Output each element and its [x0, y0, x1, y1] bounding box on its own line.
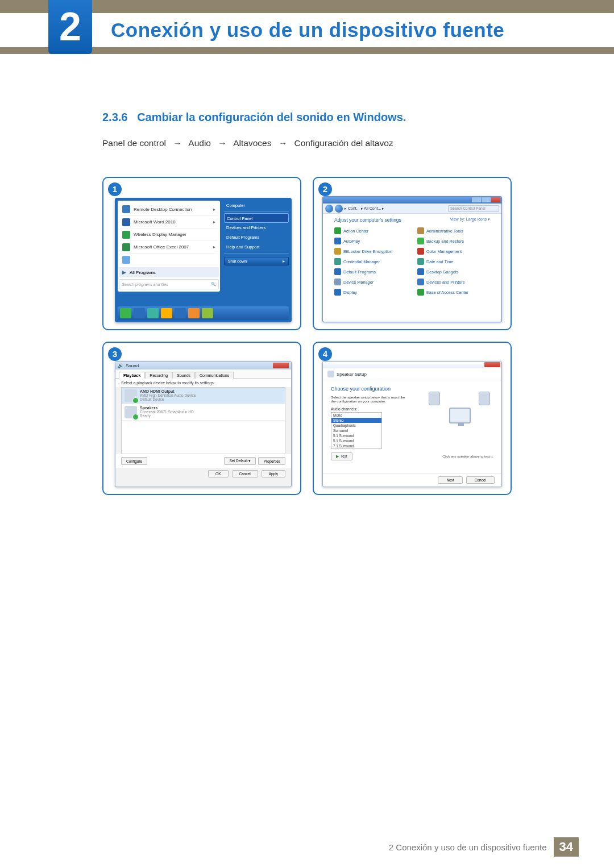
shut-down-label: Shut down	[228, 259, 247, 263]
cp-item-label: Credential Manager	[343, 259, 380, 264]
apply-button[interactable]: Apply	[262, 470, 285, 477]
back-button[interactable]	[325, 205, 333, 213]
minimize-button[interactable]	[472, 197, 481, 202]
control-panel-item[interactable]: BitLocker Drive Encryption	[334, 248, 407, 255]
play-icon: ▶	[336, 454, 339, 459]
cp-icon	[417, 227, 424, 234]
app-icon	[122, 205, 130, 213]
next-button[interactable]: Next	[438, 476, 462, 484]
step-badge-2: 2	[318, 182, 332, 196]
arrow-icon: →	[218, 138, 227, 148]
cp-icon	[334, 258, 341, 265]
set-default-button[interactable]: Set Default ▾	[224, 457, 256, 465]
taskbar-icon[interactable]	[161, 308, 172, 318]
cp-icon	[334, 289, 341, 296]
control-panel-item[interactable]: Display	[334, 289, 407, 296]
speaker-icon-left[interactable]	[429, 392, 440, 405]
channel-option[interactable]: Stereo	[331, 418, 381, 423]
right-item-computer[interactable]: Computer	[224, 201, 289, 210]
dialog-button-row: Next Cancel	[323, 473, 501, 487]
start-menu-item-label: Remote Desktop Connection	[134, 207, 192, 212]
maximize-button[interactable]	[482, 197, 491, 202]
control-panel-item[interactable]: Action Center	[334, 227, 407, 234]
control-panel-item[interactable]: Device Manager	[334, 279, 407, 285]
start-menu-left-pane: Remote Desktop Connection ▸ Microsoft Wo…	[118, 201, 220, 292]
forward-button[interactable]	[335, 205, 343, 213]
audio-channels-listbox[interactable]: MonoStereoQuadraphonicSurround5.1 Surrou…	[331, 412, 382, 449]
chevron-right-icon: ▸	[213, 219, 215, 225]
control-panel-item[interactable]: Desktop Gadgets	[417, 268, 490, 275]
right-item-help-support[interactable]: Help and Support	[224, 242, 289, 252]
control-panel-item[interactable]: Credential Manager	[334, 258, 407, 265]
control-panel-item[interactable]: Date and Time	[417, 258, 490, 265]
taskbar-icon[interactable]	[147, 308, 159, 318]
control-panel-item[interactable]: Default Programs	[334, 268, 407, 275]
right-item-devices-printers[interactable]: Devices and Printers	[224, 223, 289, 232]
search-input[interactable]: Search Control Panel	[448, 205, 499, 212]
arrow-icon: →	[173, 138, 182, 148]
tab-bar: PlaybackRecordingSoundsCommunications	[115, 369, 291, 379]
view-by-selector[interactable]: View by: Large icons ▾	[450, 217, 490, 222]
cp-item-label: Default Programs	[343, 269, 376, 275]
properties-button[interactable]: Properties	[258, 457, 285, 465]
tab-communications[interactable]: Communications	[195, 372, 234, 379]
start-menu-item[interactable]: Microsoft Word 2010 ▸	[120, 215, 218, 228]
channel-option[interactable]: Surround	[331, 428, 381, 433]
taskbar-icon[interactable]	[188, 308, 200, 318]
start-menu-item[interactable]: Microsoft Office Excel 2007 ▸	[120, 240, 218, 253]
tab-playback[interactable]: Playback	[119, 372, 145, 379]
explorer-nav-bar: ▸ Cont... ▸ All Cont... ▸ Search Control…	[323, 203, 501, 214]
cancel-button[interactable]: Cancel	[466, 476, 495, 484]
right-item-control-panel[interactable]: Control Panel	[224, 213, 289, 223]
speaker-icon	[327, 371, 334, 377]
search-input[interactable]: Search programs and files 🔍	[119, 279, 219, 289]
all-programs-item[interactable]: ▶ All Programs	[119, 267, 219, 277]
taskbar-icon[interactable]	[202, 308, 213, 318]
page-footer: 2 Conexión y uso de un dispositivo fuent…	[389, 837, 579, 857]
taskbar-icon[interactable]	[120, 308, 131, 318]
right-item-default-programs[interactable]: Default Programs	[224, 232, 289, 242]
device-desc: Conexant 20671 SmartAudio HD	[140, 410, 194, 414]
shut-down-button[interactable]: Shut down ▸	[224, 257, 289, 265]
control-panel-item[interactable]: Backup and Restore	[417, 238, 490, 244]
taskbar-icon[interactable]	[175, 308, 186, 318]
speaker-icon-right[interactable]	[479, 392, 490, 405]
taskbar-icon[interactable]	[134, 308, 145, 318]
channel-option[interactable]: 7.1 Surround	[331, 443, 381, 448]
address-crumb[interactable]: ▸ Cont... ▸ All Cont... ▸	[345, 206, 384, 211]
tab-sounds[interactable]: Sounds	[172, 372, 195, 379]
page-number: 34	[554, 837, 579, 857]
control-panel-item[interactable]: Ease of Access Center	[417, 289, 490, 296]
cp-icon	[417, 258, 424, 265]
close-button[interactable]	[484, 362, 500, 367]
taskbar	[118, 306, 289, 320]
control-panel-item[interactable]: AutoPlay	[334, 238, 407, 244]
control-panel-item[interactable]: Administrative Tools	[417, 227, 490, 234]
channel-option[interactable]: Quadraphonic	[331, 423, 381, 428]
start-menu-item[interactable]: Remote Desktop Connection ▸	[120, 203, 218, 215]
channel-option[interactable]: Mono	[331, 413, 381, 418]
start-menu-item[interactable]: Wireless Display Manager	[120, 228, 218, 240]
close-button[interactable]	[273, 363, 289, 368]
cp-item-label: Devices and Printers	[426, 280, 464, 285]
configure-button[interactable]: Configure	[121, 457, 147, 465]
channel-option[interactable]: 5.1 Surround	[331, 433, 381, 438]
test-button[interactable]: ▶ Test	[331, 452, 352, 460]
playback-device-item[interactable]: AMD HDMI Output AMD High Definition Audi…	[122, 388, 285, 404]
playback-device-item[interactable]: Speakers Conexant 20671 SmartAudio HD Re…	[122, 404, 285, 421]
screenshot-step-4: 4 Speaker Setup Choose your configuratio…	[313, 342, 512, 495]
cp-item-label: Administrative Tools	[426, 229, 463, 234]
control-panel-item[interactable]: Color Management	[417, 248, 490, 255]
cancel-button[interactable]: Cancel	[232, 470, 258, 477]
diagram-hint: Click any speaker above to test it.	[442, 455, 493, 458]
channel-option[interactable]: 5.1 Surround	[331, 438, 381, 443]
start-menu-item[interactable]	[120, 253, 218, 265]
control-panel-item[interactable]: Devices and Printers	[417, 279, 490, 285]
device-status: Default Device	[140, 397, 196, 401]
close-button[interactable]	[491, 197, 500, 202]
ok-button[interactable]: OK	[208, 470, 228, 477]
page-header: 2 Conexión y uso de un dispositivo fuent…	[0, 0, 614, 54]
window-subtitle: Speaker Setup	[323, 368, 501, 380]
tab-recording[interactable]: Recording	[145, 372, 172, 379]
app-icon	[122, 256, 130, 264]
